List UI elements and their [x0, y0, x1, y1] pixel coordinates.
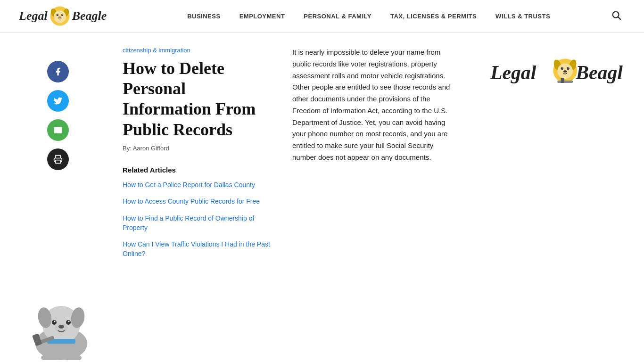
nav-tax-licenses[interactable]: TAX, LICENSES & PERMITS	[381, 9, 486, 24]
svg-rect-40	[38, 336, 55, 345]
svg-point-31	[52, 320, 57, 325]
svg-point-38	[41, 354, 58, 360]
svg-point-28	[42, 306, 80, 344]
svg-point-19	[567, 67, 569, 70]
main-nav: BUSINESS EMPLOYMENT PERSONAL & FAMILY TA…	[135, 9, 603, 24]
svg-point-5	[61, 14, 63, 16]
svg-text:Legal: Legal	[490, 62, 537, 83]
related-articles-heading: Related Articles	[123, 166, 273, 174]
article-area: citizenship & immigration How to Delete …	[94, 47, 625, 266]
article-author: By: Aaron Gifford	[123, 145, 273, 152]
twitter-share-button[interactable]	[47, 90, 69, 112]
svg-point-23	[563, 70, 567, 73]
site-logo[interactable]: Legal Beagle	[19, 6, 107, 26]
svg-point-18	[561, 67, 563, 70]
related-link-1[interactable]: How to Get a Police Report for Dallas Co…	[123, 181, 273, 190]
nav-business[interactable]: BUSINESS	[178, 9, 230, 24]
svg-point-20	[562, 67, 563, 68]
email-share-button[interactable]	[47, 119, 69, 141]
nav-wills-trusts[interactable]: WILLS & TRUSTS	[486, 9, 560, 24]
sidebar-logo: Legal	[486, 51, 623, 94]
search-icon[interactable]	[607, 8, 625, 25]
svg-point-27	[35, 327, 87, 360]
svg-point-34	[68, 321, 70, 322]
related-link-2[interactable]: How to Access County Public Records for …	[123, 197, 273, 206]
svg-point-35	[55, 323, 68, 333]
site-header: Legal Beagle BUSINESS EMPLOYMENT PER	[0, 0, 644, 33]
logo-dog-icon	[50, 6, 70, 26]
nav-personal-family[interactable]: PERSONAL & FAMILY	[294, 9, 381, 24]
svg-rect-12	[56, 160, 60, 164]
svg-line-11	[618, 17, 620, 19]
svg-point-32	[66, 320, 71, 325]
svg-point-29	[36, 306, 53, 329]
article-body: It is nearly impossible to delete your n…	[292, 47, 465, 266]
svg-point-9	[58, 16, 62, 19]
svg-rect-37	[47, 339, 75, 344]
svg-point-33	[54, 321, 56, 322]
related-link-4[interactable]: How Can I View Traffic Violations I Had …	[123, 240, 273, 258]
related-articles-section: Related Articles How to Get a Police Rep…	[123, 166, 273, 259]
svg-point-7	[62, 14, 63, 15]
svg-rect-24	[557, 81, 573, 83]
svg-point-30	[69, 306, 86, 329]
article-title: How to Delete Personal Information From …	[123, 58, 273, 140]
bottom-dog-decoration	[24, 299, 99, 362]
logo-text-left: Legal	[19, 9, 48, 23]
logo-text-right: Beagle	[72, 9, 107, 23]
breadcrumb[interactable]: citizenship & immigration	[123, 47, 273, 54]
nav-employment[interactable]: EMPLOYMENT	[230, 9, 295, 24]
main-content: citizenship & immigration How to Delete …	[0, 33, 644, 285]
svg-rect-41	[32, 333, 42, 346]
related-link-3[interactable]: How to Find a Public Record of Ownership…	[123, 214, 273, 232]
svg-rect-25	[561, 78, 564, 83]
print-button[interactable]	[47, 148, 69, 170]
social-sidebar	[47, 61, 69, 170]
svg-point-39	[65, 354, 82, 360]
svg-point-6	[58, 14, 58, 15]
article-left-column: citizenship & immigration How to Delete …	[123, 47, 273, 266]
article-body-text: It is nearly impossible to delete your n…	[292, 47, 455, 164]
svg-text:Beagle: Beagle	[575, 62, 623, 83]
svg-point-4	[56, 14, 58, 16]
sidebar-logo-area: Legal	[484, 47, 625, 266]
svg-point-36	[58, 325, 64, 329]
svg-point-21	[568, 67, 569, 68]
facebook-share-button[interactable]	[47, 61, 69, 82]
